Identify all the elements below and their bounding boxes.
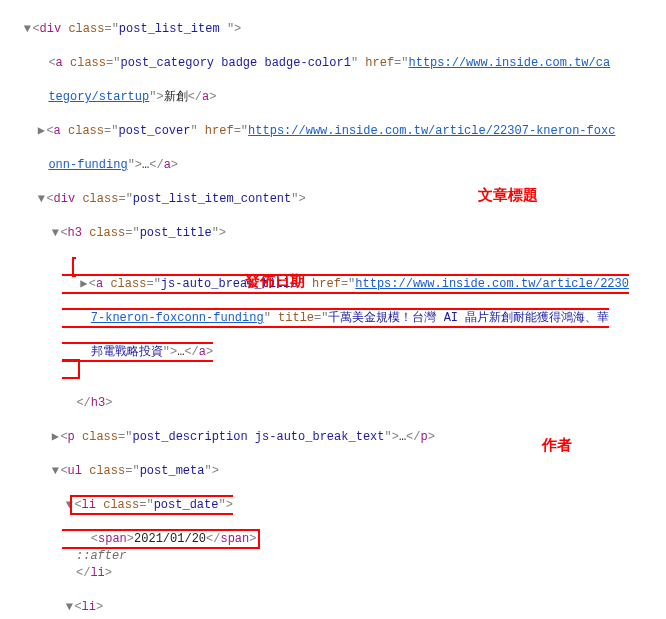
annotation-label-author: 作者 [542,436,572,453]
href-link[interactable]: https://www.inside.com.tw/article/22307-… [248,124,615,138]
dom-node-li-post-date[interactable]: ▼<li class="post_date"> <span>2021/01/20… [6,480,660,548]
dom-node-a-post-cover[interactable]: ▶<a class="post_cover" href="https://www… [6,106,660,140]
href-link[interactable]: https://www.inside.com.tw/ca [409,56,611,70]
annotation-label-date: 發佈日期 [245,272,305,289]
expand-toggle-icon[interactable]: ▼ [50,463,60,480]
dom-node-a-post-cover-cont: onn-funding">…</a> [6,140,660,174]
href-link[interactable]: onn-funding [48,158,127,172]
dom-node-li-author[interactable]: ▼<li> [6,582,660,616]
dom-node-a-title-link[interactable]: ▶<a class="js-auto_break_title" href="ht… [6,242,660,378]
dom-node-div-content[interactable]: ▼<div class="post_list_item_content"> [6,174,660,208]
highlight-box-title: ▶<a class="js-auto_break_title" href="ht… [62,257,629,379]
dom-close-h3-inner: </h3> [6,378,660,412]
href-link[interactable]: https://www.inside.com.tw/article/2230 [355,277,629,291]
expand-toggle-icon[interactable]: ▶ [36,123,46,140]
dom-node-a-post-category[interactable]: <a class="post_category badge badge-colo… [6,38,660,72]
annotation-label-title: 文章標題 [478,186,538,203]
href-link[interactable]: tegory/startup [48,90,149,104]
href-link[interactable]: 7-kneron-foxconn-funding [91,311,264,325]
highlight-box-date: <li class="post_date"> <span>2021/01/20<… [62,495,260,549]
expand-toggle-icon[interactable]: ▼ [36,191,46,208]
expand-toggle-icon[interactable]: ▶ [50,429,60,446]
text-node: 新創 [164,90,188,104]
text-date: 2021/01/20 [134,532,206,546]
expand-toggle-icon[interactable]: ▼ [64,599,74,616]
expand-toggle-icon[interactable]: ▶ [79,276,89,293]
dom-node-a-post-category-cont: tegory/startup">新創</a> [6,72,660,106]
dom-node-div-post-list-item[interactable]: ▼<div class="post_list_item "> [6,4,660,38]
expand-toggle-icon[interactable]: ▼ [22,21,32,38]
dom-close-li: </li> [6,565,660,582]
dom-node-h3-post-title[interactable]: ▼<h3 class="post_title"> [6,208,660,242]
expand-toggle-icon[interactable]: ▼ [50,225,60,242]
dom-pseudo-after: ::after [6,548,660,565]
